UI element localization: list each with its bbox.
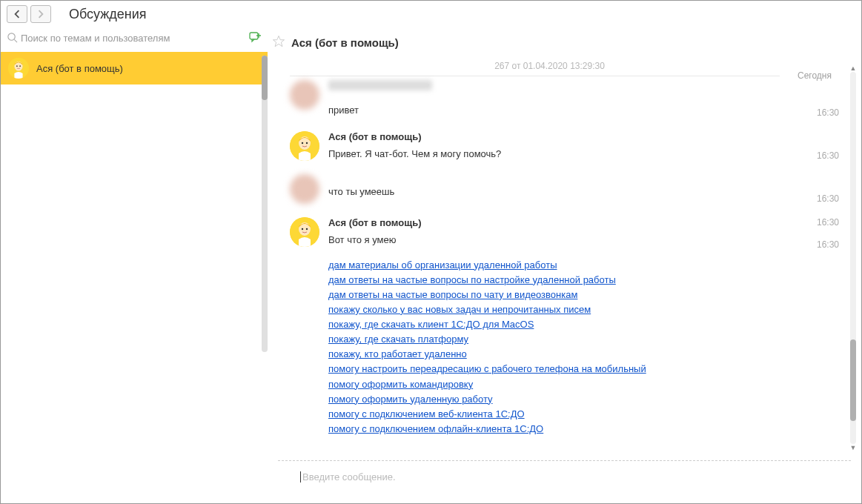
capability-link[interactable]: помогу настроить переадресацию с рабочег… xyxy=(328,362,802,377)
capability-link[interactable]: покажу, где скачать клиент 1С:ДО для Mac… xyxy=(328,317,802,332)
page-title: Обсуждения xyxy=(69,7,147,22)
back-button[interactable] xyxy=(7,5,27,23)
svg-point-11 xyxy=(302,142,303,143)
conversation-list: Ася (бот в помощь) xyxy=(1,52,268,503)
capability-link[interactable]: дам ответы на частые вопросы по настройк… xyxy=(328,273,802,288)
message-text: Привет. Я чат-бот. Чем я могу помочь? xyxy=(328,147,802,162)
today-label: Сегодня xyxy=(795,70,835,81)
svg-point-16 xyxy=(306,228,308,230)
user-avatar-icon xyxy=(290,80,319,110)
bot-avatar-icon xyxy=(290,217,319,247)
bot-avatar-icon xyxy=(8,58,29,79)
message-text: Вот что я умею xyxy=(328,233,802,248)
svg-point-7 xyxy=(16,65,18,67)
search-icon xyxy=(7,32,18,45)
svg-point-12 xyxy=(306,142,308,143)
capability-link[interactable]: дам материалы об организации удаленной р… xyxy=(328,258,802,273)
capability-link[interactable]: помогу оформить удаленную работу xyxy=(328,392,802,407)
capability-link[interactable]: покажу, кто работает удаленно xyxy=(328,347,802,362)
message-sender xyxy=(328,80,432,90)
message: Ася (бот в помощь) Вот что я умею дам ма… xyxy=(290,217,839,437)
message-time: 16:30 xyxy=(811,239,839,250)
scroll-down-icon[interactable]: ▼ xyxy=(850,444,857,451)
toolbar: Обсуждения xyxy=(1,1,861,27)
chat-panel: Ася (бот в помощь) 267 от 01.04.2020 13:… xyxy=(268,27,861,503)
prev-date-label: 267 от 01.04.2020 13:29:30 xyxy=(290,61,839,71)
message-time: 16:30 xyxy=(811,107,839,118)
svg-point-15 xyxy=(302,228,303,230)
chat-body: 267 от 01.04.2020 13:29:30 Сегодня приве… xyxy=(268,59,861,456)
star-icon[interactable] xyxy=(272,35,285,50)
capability-link[interactable]: покажу, где скачать платформу xyxy=(328,332,802,347)
sidebar: Ася (бот в помощь) xyxy=(1,27,268,503)
bot-avatar-icon xyxy=(290,131,319,161)
message-sender: Ася (бот в помощь) xyxy=(328,217,802,228)
message: Ася (бот в помощь) Привет. Я чат-бот. Че… xyxy=(290,131,839,162)
search-row xyxy=(1,27,268,52)
message-time: 16:30 xyxy=(811,193,839,204)
capability-link[interactable]: помогу с подключением офлайн-клиента 1С:… xyxy=(328,422,802,437)
message-input-area xyxy=(278,460,851,493)
scrollbar[interactable]: ▲ ▼ xyxy=(849,64,857,451)
svg-line-1 xyxy=(14,39,17,42)
capability-link[interactable]: помогу оформить командировку xyxy=(328,377,802,392)
capability-link[interactable]: помогу с подключением веб-клиента 1С:ДО xyxy=(328,407,802,422)
chat-header: Ася (бот в помощь) xyxy=(268,27,861,59)
svg-point-14 xyxy=(299,222,311,236)
message-time: 16:30 xyxy=(811,217,839,228)
message-sender: Ася (бот в помощь) xyxy=(328,131,802,142)
capability-link[interactable]: покажу сколько у вас новых задач и непро… xyxy=(328,302,802,317)
scroll-up-icon[interactable]: ▲ xyxy=(850,64,857,72)
capability-link[interactable]: дам ответы на частые вопросы по чату и в… xyxy=(328,288,802,302)
chat-title: Ася (бот в помощь) xyxy=(291,36,399,49)
message-time: 16:30 xyxy=(811,150,839,161)
search-input[interactable] xyxy=(21,33,245,44)
forward-button[interactable] xyxy=(30,5,51,23)
svg-point-0 xyxy=(8,33,15,39)
message-text: что ты умеешь xyxy=(328,185,802,199)
svg-point-6 xyxy=(14,62,22,71)
svg-point-8 xyxy=(19,65,21,67)
user-avatar-icon xyxy=(290,174,319,204)
message-text: привет xyxy=(328,103,802,118)
conversation-item[interactable]: Ася (бот в помощь) xyxy=(1,52,268,84)
capability-links: дам материалы об организации удаленной р… xyxy=(328,258,802,437)
message-input[interactable] xyxy=(300,471,829,483)
svg-point-10 xyxy=(299,136,311,150)
scrollbar[interactable] xyxy=(262,56,268,352)
add-conversation-button[interactable] xyxy=(248,30,262,46)
message: привет 16:30 xyxy=(290,80,839,118)
conversation-label: Ася (бот в помощь) xyxy=(36,63,123,74)
message: что ты умеешь 16:30 xyxy=(290,174,839,204)
